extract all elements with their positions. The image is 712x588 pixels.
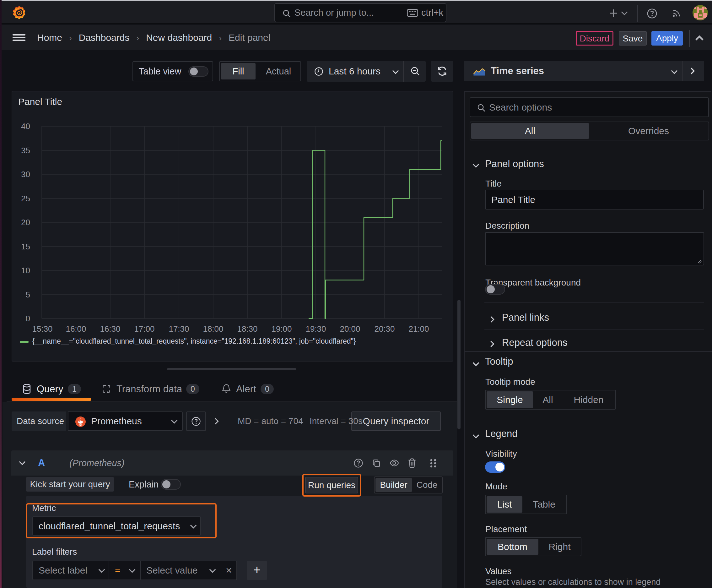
svg-text:15: 15 (21, 242, 30, 251)
svg-text:19:00: 19:00 (271, 324, 292, 334)
svg-text:30: 30 (21, 170, 30, 179)
svg-text:17:30: 17:30 (169, 324, 189, 334)
svg-text:18:30: 18:30 (237, 324, 257, 334)
svg-text:21:00: 21:00 (408, 324, 429, 334)
svg-text:20:30: 20:30 (374, 324, 395, 334)
svg-text:0: 0 (26, 314, 30, 323)
svg-text:15:30: 15:30 (32, 324, 52, 334)
svg-text:18:00: 18:00 (203, 324, 223, 334)
svg-text:20:00: 20:00 (340, 324, 360, 334)
svg-text:5: 5 (26, 290, 30, 299)
svg-text:16:00: 16:00 (66, 324, 86, 334)
svg-text:20: 20 (21, 218, 30, 227)
svg-text:{__name__="cloudflared_tunnel_: {__name__="cloudflared_tunnel_total_requ… (33, 337, 356, 345)
svg-text:17:00: 17:00 (134, 324, 154, 334)
svg-text:16:30: 16:30 (100, 324, 120, 334)
svg-text:40: 40 (21, 122, 30, 131)
svg-text:35: 35 (21, 146, 30, 155)
svg-text:19:30: 19:30 (305, 324, 326, 334)
svg-text:25: 25 (21, 194, 30, 203)
svg-text:10: 10 (21, 266, 30, 275)
